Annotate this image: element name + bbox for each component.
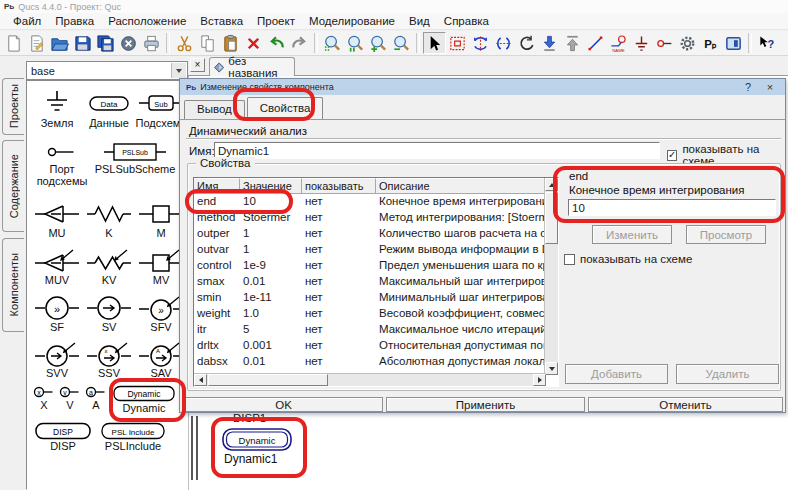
mirror-about-x-button[interactable]: [469, 32, 492, 54]
component-category-select[interactable]: base: [26, 61, 188, 80]
table-horizontal-scrollbar[interactable]: [194, 373, 546, 386]
menu-item[interactable]: Расположение: [101, 14, 193, 28]
edit-button[interactable]: Изменить: [592, 225, 672, 244]
palette-item-ssv[interactable]: x SSV: [83, 341, 135, 379]
close-document-tab-button[interactable]: ×: [190, 58, 205, 72]
dialog-close-button[interactable]: ×: [761, 81, 779, 93]
col-header-name[interactable]: Имя: [194, 178, 240, 194]
redo-button[interactable]: [288, 32, 311, 54]
apply-button[interactable]: Применить: [386, 397, 585, 412]
dynamic-ref-label[interactable]: Dynamic1: [224, 452, 277, 466]
palette-item-sf[interactable]: » SF: [31, 295, 83, 333]
table-row[interactable]: control 1e-9 нет Предел уменьшения шага …: [194, 258, 546, 274]
undo-button[interactable]: [265, 32, 288, 54]
palette-item-x[interactable]: x X: [31, 385, 57, 411]
tab-properties[interactable]: Свойства: [247, 97, 324, 119]
palette-item-kv[interactable]: KV: [83, 248, 135, 286]
show-on-schematic-checkbox[interactable]: [667, 150, 677, 161]
palette-item-data[interactable]: Data Данные: [83, 89, 135, 129]
scroll-right-button[interactable]: [533, 374, 546, 386]
open-display-button[interactable]: [25, 32, 48, 54]
horizontal-scroll-thumb[interactable]: [208, 374, 328, 386]
table-row[interactable]: weight 1.0 нет Весовой коэффициент, совм…: [194, 306, 546, 322]
pop-out-button[interactable]: [561, 32, 584, 54]
simulate-button[interactable]: [676, 32, 699, 54]
menu-item[interactable]: Вид: [402, 14, 437, 28]
palette-item-pslinclude[interactable]: PSL Include PSLInclude: [95, 422, 171, 452]
table-row[interactable]: smax 0.01 нет Максимальный шаг интегриро…: [194, 274, 546, 290]
push-into-subcircuit-button[interactable]: [538, 32, 561, 54]
zoom-fit-button[interactable]: [321, 32, 344, 54]
insert-wire-label-button[interactable]: NAME: [607, 32, 630, 54]
palette-item-subcircuit-port[interactable]: Порт подсхемы: [31, 141, 93, 187]
menu-item[interactable]: Проект: [250, 14, 302, 28]
table-row[interactable]: outper 1 нет Количество шагов расчета на…: [194, 226, 546, 242]
palette-item-svv[interactable]: SVV: [31, 341, 83, 379]
palette-item-sv[interactable]: SV: [83, 295, 135, 333]
menu-item[interactable]: Справка: [437, 14, 496, 28]
palette-item-a[interactable]: a A: [83, 385, 109, 411]
save-all-button[interactable]: [94, 32, 117, 54]
document-tab[interactable]: без названия: [209, 57, 295, 76]
menu-item[interactable]: Моделирование: [302, 14, 402, 28]
col-header-description[interactable]: Описание: [376, 178, 546, 194]
add-button[interactable]: Добавить: [565, 364, 668, 384]
sidebar-tab-components[interactable]: Компоненты: [2, 238, 24, 332]
table-row[interactable]: dabsx 0.01 нет Абсолютная допустимая лок…: [194, 354, 546, 370]
dynamic-component[interactable]: Dynamic: [221, 427, 293, 452]
insert-equation-button[interactable]: Pₚ: [699, 32, 722, 54]
palette-item-pslsubscheme[interactable]: PSLSub PSLSubScheme: [93, 141, 177, 175]
whats-this-help-button[interactable]: ?: [755, 32, 778, 54]
zoom-in-button[interactable]: [367, 32, 390, 54]
save-button[interactable]: [71, 32, 94, 54]
insert-wire-button[interactable]: [584, 32, 607, 54]
zoom-out-button[interactable]: [390, 32, 413, 54]
select-area-button[interactable]: [446, 32, 469, 54]
dialog-titlebar[interactable]: Pь Изменение свойств компонента ? ×: [180, 79, 785, 95]
rotate-button[interactable]: [515, 32, 538, 54]
palette-item-k[interactable]: K: [83, 201, 135, 239]
table-row[interactable]: drltx 0.001 нет Относительная допустимая…: [194, 338, 546, 354]
table-row[interactable]: smin 1e-11 нет Минимальный шаг интегриро…: [194, 290, 546, 306]
insert-port-button[interactable]: [653, 32, 676, 54]
table-row[interactable]: itr 5 нет Максимальное число итераций н: [194, 322, 546, 338]
prop-show-checkbox[interactable]: [564, 254, 575, 265]
combo-arrow[interactable]: [171, 63, 186, 78]
disp-component-partial[interactable]: [189, 416, 201, 480]
name-input[interactable]: Dynamic1: [214, 142, 660, 159]
close-document-button[interactable]: [117, 32, 140, 54]
palette-item-muv[interactable]: MUV: [31, 248, 83, 286]
browse-button[interactable]: Просмотр: [686, 225, 766, 244]
view-data-display-button[interactable]: [722, 32, 745, 54]
properties-table[interactable]: Имя Значение показывать Описание end 10 …: [193, 177, 559, 387]
copy-button[interactable]: [196, 32, 219, 54]
scroll-left-button[interactable]: [194, 374, 207, 386]
table-row[interactable]: outvar 1 нет Режим вывода информации в D: [194, 242, 546, 258]
palette-item-mu[interactable]: MU: [31, 201, 83, 239]
table-row[interactable]: end 10 нет Конечное время интегрировани: [194, 194, 546, 210]
select-pointer-button[interactable]: [423, 32, 446, 54]
table-vertical-scrollbar[interactable]: [544, 178, 558, 375]
sidebar-tab-content[interactable]: Содержание: [2, 140, 24, 232]
scroll-up-button[interactable]: [545, 178, 558, 191]
col-header-show[interactable]: показывать: [302, 178, 376, 194]
sidebar-tab-projects[interactable]: Проекты: [2, 78, 24, 135]
mirror-about-y-button[interactable]: [492, 32, 515, 54]
vertical-scroll-thumb[interactable]: [545, 192, 558, 244]
menu-item[interactable]: Файл: [6, 14, 48, 28]
menu-item[interactable]: Вставка: [193, 14, 250, 28]
delete-button[interactable]: [242, 32, 265, 54]
open-folder-button[interactable]: [48, 32, 71, 54]
palette-item-disp[interactable]: DISP DISP: [31, 422, 95, 452]
disp-ref-label[interactable]: DISP1: [233, 412, 266, 424]
print-button[interactable]: [140, 32, 163, 54]
insert-ground-button[interactable]: [630, 32, 653, 54]
ok-button[interactable]: OK: [184, 397, 383, 412]
paste-button[interactable]: [219, 32, 242, 54]
table-row[interactable]: method Stoermer нет Метод интегрирования…: [194, 210, 546, 226]
palette-item-v[interactable]: v V: [57, 385, 83, 411]
palette-item-dynamic[interactable]: Dynamic Dynamic: [109, 385, 179, 414]
menu-item[interactable]: Правка: [48, 14, 101, 28]
cut-button[interactable]: [173, 32, 196, 54]
new-file-button[interactable]: [2, 32, 25, 54]
